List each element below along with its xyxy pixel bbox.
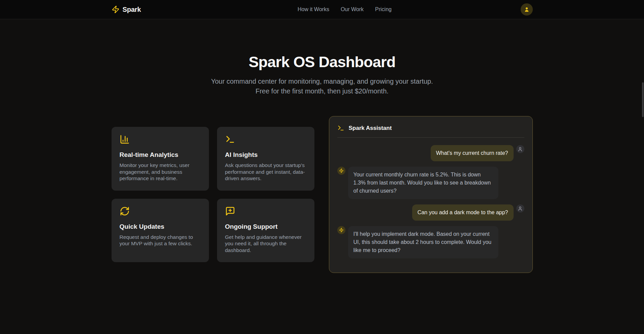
assistant-avatar [337, 167, 345, 175]
zap-icon [339, 168, 344, 173]
nav-links: How it Works Our Work Pricing [298, 6, 392, 12]
account-avatar-button[interactable] [521, 3, 533, 16]
nav-link-pricing[interactable]: Pricing [375, 6, 392, 12]
brand-name: Spark [123, 6, 141, 13]
message-square-plus-icon [225, 206, 306, 216]
user-avatar [516, 204, 524, 213]
zap-icon [339, 228, 344, 232]
user-icon [524, 6, 530, 12]
user-message-bubble: Can you add a dark mode to the app? [412, 204, 514, 221]
feature-card-ongoing-support: Ongoing Support Get help and guidance wh… [217, 199, 314, 262]
user-avatar [516, 145, 524, 153]
user-icon [518, 147, 523, 152]
assistant-message-bubble: I'll help you implement dark mode. Based… [348, 226, 498, 258]
terminal-icon [337, 124, 344, 132]
feature-title: Quick Updates [120, 223, 201, 230]
nav-link-how-it-works[interactable]: How it Works [298, 6, 329, 12]
brand-logo[interactable]: Spark [112, 5, 141, 13]
feature-card-ai-insights: AI Insights Ask questions about your sta… [217, 127, 314, 191]
feature-title: AI Insights [225, 151, 306, 159]
content-row: Real-time Analytics Monitor your key met… [112, 116, 533, 273]
page-scrollbar[interactable] [642, 82, 644, 117]
nav-link-our-work[interactable]: Our Work [341, 6, 364, 12]
assistant-avatar [337, 226, 345, 234]
hero-section: Spark OS Dashboard Your command center f… [0, 19, 644, 96]
feature-title: Ongoing Support [225, 223, 306, 230]
feature-description: Monitor your key metrics, user engagemen… [120, 162, 201, 182]
page-subtitle: Your command center for monitoring, mana… [204, 77, 440, 96]
feature-description: Get help and guidance whenever you need … [225, 234, 306, 254]
feature-title: Real-time Analytics [120, 151, 201, 159]
chat-messages: What's my current churn rate? Your curre… [337, 145, 524, 258]
assistant-title: Spark Assistant [349, 125, 392, 132]
chart-column-icon [120, 134, 201, 144]
assistant-message-bubble: Your current monthly churn rate is 5.2%.… [348, 167, 498, 199]
zap-icon [112, 5, 120, 13]
features-grid: Real-time Analytics Monitor your key met… [112, 127, 314, 262]
chat-message-user: What's my current churn rate? [337, 145, 524, 161]
refresh-icon [120, 206, 201, 216]
user-message-bubble: What's my current churn rate? [431, 145, 514, 161]
page-title: Spark OS Dashboard [0, 53, 644, 71]
chat-message-assistant: I'll help you implement dark mode. Based… [337, 226, 524, 258]
feature-card-realtime-analytics: Real-time Analytics Monitor your key met… [112, 127, 209, 191]
user-icon [518, 206, 523, 211]
page: Spark How it Works Our Work Pricing Spar… [0, 0, 644, 334]
spark-assistant-panel: Spark Assistant What's my current churn … [329, 116, 533, 273]
terminal-icon [225, 134, 306, 144]
chat-message-assistant: Your current monthly churn rate is 5.2%.… [337, 167, 524, 199]
feature-description: Ask questions about your startup's perfo… [225, 162, 306, 182]
chat-message-user: Can you add a dark mode to the app? [337, 204, 524, 221]
assistant-header: Spark Assistant [337, 124, 524, 138]
feature-description: Request and deploy changes to your MVP w… [120, 234, 201, 247]
feature-card-quick-updates: Quick Updates Request and deploy changes… [112, 199, 209, 262]
top-navigation: Spark How it Works Our Work Pricing [0, 0, 644, 19]
